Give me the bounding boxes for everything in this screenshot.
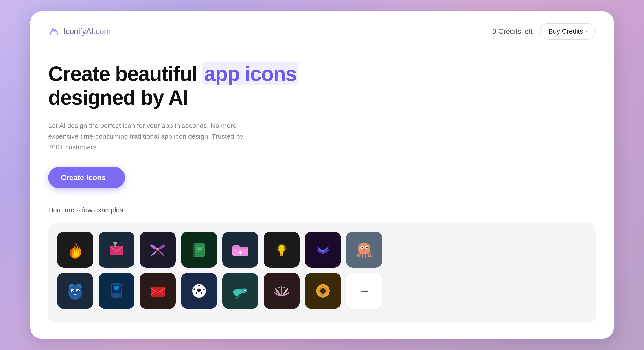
svg-text:♪: ♪ xyxy=(74,250,76,256)
list-item xyxy=(57,273,93,309)
list-item xyxy=(264,232,300,268)
examples-section: Here are a few examples: ♪ xyxy=(30,188,614,323)
list-item xyxy=(222,273,258,309)
svg-point-59 xyxy=(322,286,324,288)
hero-title-part2: designed by AI xyxy=(48,86,188,109)
logo: IconifyAI.com xyxy=(48,25,110,37)
svg-point-60 xyxy=(322,294,324,296)
credits-display: 0 Credits left xyxy=(492,27,533,36)
svg-rect-10 xyxy=(193,243,194,257)
hero-title-part1: Create beautiful xyxy=(48,62,202,85)
svg-point-20 xyxy=(321,250,325,252)
svg-point-37 xyxy=(73,291,78,295)
svg-point-56 xyxy=(325,293,326,294)
svg-rect-15 xyxy=(195,251,200,252)
logo-icon xyxy=(48,25,60,37)
list-item xyxy=(140,232,176,268)
chevron-right-icon: › xyxy=(586,28,587,34)
svg-point-40 xyxy=(115,295,118,297)
list-item xyxy=(305,273,341,309)
svg-rect-13 xyxy=(195,247,203,248)
svg-point-55 xyxy=(320,293,321,294)
main-card: IconifyAI.com 0 Credits left Buy Credits… xyxy=(30,11,614,339)
list-item xyxy=(264,273,300,309)
svg-point-8 xyxy=(157,248,157,249)
svg-point-53 xyxy=(320,288,321,289)
list-item xyxy=(98,232,134,268)
buy-credits-button[interactable]: Buy Credits › xyxy=(540,23,596,40)
svg-point-52 xyxy=(320,288,326,294)
logo-text: IconifyAI.com xyxy=(64,27,110,36)
create-icons-label: Create Icons xyxy=(61,173,106,182)
list-item xyxy=(305,232,341,268)
list-item xyxy=(98,273,134,309)
svg-rect-19 xyxy=(280,255,283,256)
hero-title-highlight: app icons xyxy=(202,62,298,85)
list-item: $ $ xyxy=(181,232,217,268)
svg-point-54 xyxy=(325,288,326,289)
buy-credits-label: Buy Credits xyxy=(548,27,583,35)
svg-point-21 xyxy=(358,243,370,254)
hero-section: Create beautiful app icons designed by A… xyxy=(30,40,614,188)
list-item xyxy=(140,273,176,309)
header-right: 0 Credits left Buy Credits › xyxy=(492,23,596,40)
hero-title: Create beautiful app icons designed by A… xyxy=(48,62,596,110)
svg-point-35 xyxy=(72,290,73,291)
svg-rect-14 xyxy=(195,249,203,250)
svg-rect-5 xyxy=(113,242,117,244)
list-item xyxy=(222,232,258,268)
down-arrow-icon: ↓ xyxy=(109,174,112,181)
next-arrow-button[interactable]: → xyxy=(346,273,382,309)
next-arrow-icon: → xyxy=(358,284,370,298)
list-item xyxy=(346,232,382,268)
svg-point-58 xyxy=(326,290,328,292)
header: IconifyAI.com 0 Credits left Buy Credits… xyxy=(30,11,614,40)
svg-point-36 xyxy=(78,290,78,291)
examples-grid: ♪ xyxy=(48,223,596,323)
list-item xyxy=(181,273,217,309)
create-icons-button[interactable]: Create Icons ↓ xyxy=(48,167,125,188)
list-item: ♪ xyxy=(57,232,93,268)
svg-point-6 xyxy=(157,248,159,250)
svg-text:$: $ xyxy=(200,247,202,251)
examples-title: Here are a few examples: xyxy=(48,206,596,214)
svg-rect-18 xyxy=(280,254,283,255)
svg-rect-41 xyxy=(150,287,165,297)
examples-row-2: → xyxy=(57,273,587,309)
svg-point-57 xyxy=(318,290,320,292)
svg-point-27 xyxy=(366,247,367,247)
svg-point-26 xyxy=(362,247,362,247)
hero-subtitle: Let AI design the perfect icon for your … xyxy=(48,120,250,153)
examples-row-1: ♪ xyxy=(57,232,587,268)
svg-text:$: $ xyxy=(198,247,200,251)
svg-point-50 xyxy=(244,290,246,291)
